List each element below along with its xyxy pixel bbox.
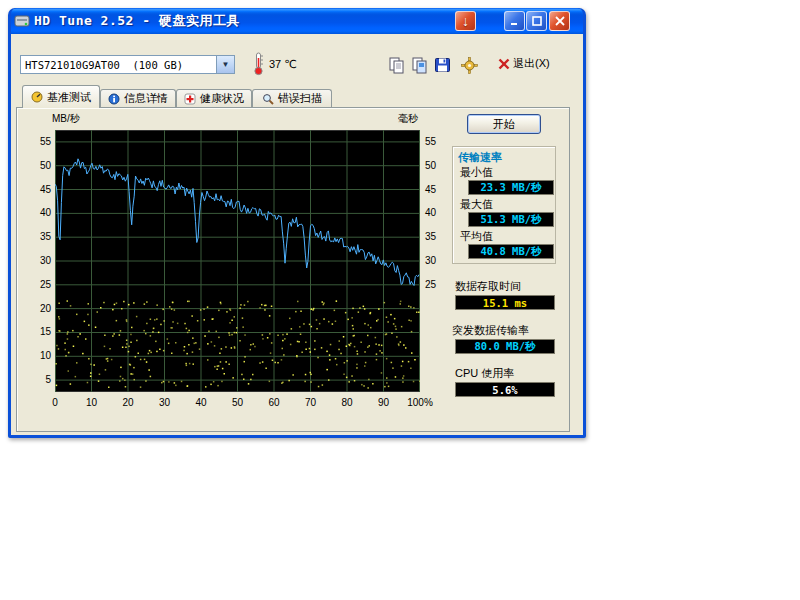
chevron-down-icon[interactable]: ▼ [216, 56, 234, 73]
min-label: 最小值 [460, 165, 493, 180]
temperature-value: 37 ℃ [269, 58, 297, 71]
start-button[interactable]: 开始 [467, 114, 541, 134]
download-arrow-icon: ↓ [462, 14, 469, 28]
x-tick: 100% [407, 397, 433, 408]
benchmark-chart [55, 130, 420, 392]
magnifier-tab-icon [262, 93, 274, 105]
y-left-tick: 55 [19, 136, 51, 147]
access-time-label: 数据存取时间 [455, 279, 521, 294]
tab-error-scan[interactable]: 错误扫描 [252, 89, 332, 107]
x-tick: 60 [268, 397, 279, 408]
exit-button[interactable]: 退出(X) [495, 55, 553, 72]
window-title: HD Tune 2.52 - 硬盘实用工具 [34, 12, 240, 30]
close-button[interactable] [549, 11, 570, 31]
y-right-tick: 50 [425, 160, 436, 171]
x-tick: 50 [232, 397, 243, 408]
x-tick: 30 [159, 397, 170, 408]
access-time-value: 15.1 ms [455, 295, 555, 310]
tab-info-label: 信息详情 [124, 91, 168, 106]
y-left-tick: 25 [19, 279, 51, 290]
copy-text-button[interactable] [385, 54, 407, 76]
tab-health-label: 健康状况 [200, 91, 244, 106]
minimize-button[interactable] [504, 11, 525, 31]
y-right-tick: 35 [425, 231, 436, 242]
titlebar[interactable]: HD Tune 2.52 - 硬盘实用工具 ↓ [11, 8, 583, 34]
tab-benchmark-label: 基准测试 [47, 90, 91, 105]
copy-image-icon [411, 57, 428, 74]
cpu-usage-label: CPU 使用率 [455, 366, 514, 381]
exit-label: 退出(X) [513, 56, 550, 71]
save-icon [434, 57, 451, 74]
copy-image-button[interactable] [408, 54, 430, 76]
left-axis-title: MB/秒 [52, 112, 80, 126]
max-value: 51.3 MB/秒 [468, 212, 554, 227]
options-button[interactable] [458, 54, 480, 76]
download-button[interactable]: ↓ [455, 11, 476, 31]
thermometer-icon [253, 52, 264, 76]
y-left-tick: 10 [19, 350, 51, 361]
temperature-indicator: 37 ℃ [253, 52, 297, 76]
y-right-tick: 30 [425, 255, 436, 266]
avg-value: 40.8 MB/秒 [468, 244, 554, 259]
avg-label: 平均值 [460, 229, 493, 244]
benchmark-tab-icon [31, 91, 43, 103]
y-left-tick: 20 [19, 303, 51, 314]
right-axis-title: 毫秒 [398, 112, 418, 126]
burst-rate-value: 80.0 MB/秒 [455, 339, 555, 354]
burst-rate-label: 突发数据传输率 [452, 323, 529, 338]
tab-health[interactable]: 健康状况 [176, 89, 252, 107]
x-tick: 70 [305, 397, 316, 408]
drive-select-value: HTS721010G9AT00 (100 GB) [21, 59, 216, 71]
copy-text-icon [388, 57, 405, 74]
transfer-rate-title: 传输速率 [458, 150, 502, 165]
gear-icon [461, 57, 478, 74]
save-screenshot-button[interactable] [431, 54, 453, 76]
x-tick: 90 [378, 397, 389, 408]
maximize-icon [532, 16, 542, 26]
desktop: HD Tune 2.52 - 硬盘实用工具 ↓ HTS721010G9AT00 … [0, 0, 800, 600]
y-left-tick: 40 [19, 207, 51, 218]
min-value: 23.3 MB/秒 [468, 180, 554, 195]
drive-select[interactable]: HTS721010G9AT00 (100 GB) ▼ [20, 55, 235, 74]
y-right-tick: 40 [425, 207, 436, 218]
y-right-tick: 45 [425, 184, 436, 195]
x-tick: 10 [86, 397, 97, 408]
tab-info[interactable]: 信息详情 [100, 89, 176, 107]
y-left-tick: 15 [19, 326, 51, 337]
max-label: 最大值 [460, 197, 493, 212]
tab-benchmark[interactable]: 基准测试 [22, 85, 100, 108]
close-icon [555, 16, 565, 26]
y-right-tick: 55 [425, 136, 436, 147]
y-left-tick: 50 [19, 160, 51, 171]
y-right-tick: 25 [425, 279, 436, 290]
x-tick: 40 [195, 397, 206, 408]
tab-error-scan-label: 错误扫描 [278, 91, 322, 106]
y-left-tick: 5 [19, 374, 51, 385]
minimize-icon [510, 16, 520, 26]
x-tick: 0 [52, 397, 58, 408]
y-left-tick: 30 [19, 255, 51, 266]
health-tab-icon [184, 93, 196, 105]
info-tab-icon [108, 93, 120, 105]
app-icon [14, 13, 30, 29]
x-tick: 80 [341, 397, 352, 408]
window-body: HTS721010G9AT00 (100 GB) ▼ 37 ℃ [11, 34, 583, 435]
x-tick: 20 [122, 397, 133, 408]
hdtune-window: HD Tune 2.52 - 硬盘实用工具 ↓ HTS721010G9AT00 … [8, 8, 586, 438]
y-left-tick: 35 [19, 231, 51, 242]
maximize-button[interactable] [526, 11, 547, 31]
cpu-usage-value: 5.6% [455, 382, 555, 397]
y-left-tick: 45 [19, 184, 51, 195]
exit-x-icon [498, 58, 510, 70]
